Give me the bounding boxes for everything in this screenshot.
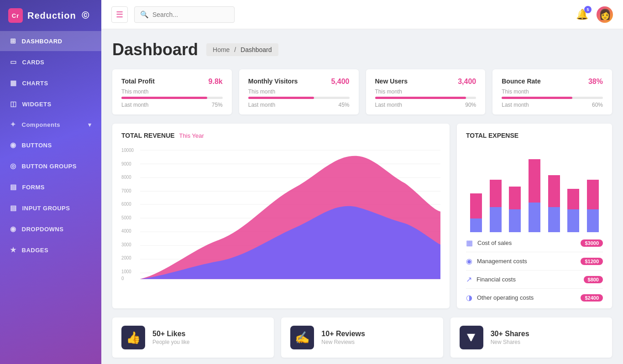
sidebar-item-forms[interactable]: ▤ FORMS [0,177,101,197]
sidebar-item-label: DASHBOARD [22,38,63,45]
bar-stack [529,159,540,232]
sidebar-item-charts[interactable]: ▦ CHARTS [0,73,101,93]
bar-red [509,187,521,209]
sidebar-item-cards[interactable]: ▭ CARDS [0,52,101,72]
stat-card-new-users: New Users 3,400 This month Last month 90… [366,69,486,114]
bar-blue [490,207,502,232]
legend-icon-pie: ◑ [466,293,472,302]
legend-cost-of-sales: ▦ Cost of sales $3000 [466,239,603,252]
user-avatar[interactable]: 👩 [597,6,613,23]
brand-name: Reduction [27,10,76,21]
sidebar-item-buttons[interactable]: ◉ BUTTONS [0,135,101,155]
legend-badge: $2400 [581,294,603,302]
bar-stack [490,180,502,232]
stat-pct: 75% [212,102,223,108]
avatar-image: 👩 [599,9,611,21]
charts-row: TOTAL REVENUE This Year 10000 9000 8000 … [112,124,612,308]
legend-label: Cost of sales [477,239,512,246]
svg-text:May: May [326,282,335,282]
total-expense-chart: TOTAL EXPENSE [457,124,612,308]
svg-text:July: July [423,282,431,282]
sidebar-item-label: BADGES [22,247,49,254]
sidebar-item-badges[interactable]: ★ BADGES [0,240,101,260]
sidebar-item-dropdowns[interactable]: ◉ DROPDOWNS [0,219,101,239]
sidebar-item-button-groups[interactable]: ◎ BUTTON GROUPS [0,156,101,176]
sidebar-item-label: WIDGETS [22,101,52,108]
input-groups-icon: ▤ [10,204,17,212]
svg-text:4000: 4000 [121,229,131,234]
breadcrumb-home: Home [213,46,230,53]
stat-last-month: Last month [375,102,402,108]
shares-sub: New Shares [491,339,529,345]
progress-fill [375,97,466,99]
forms-icon: ▤ [10,183,17,191]
progress-fill [502,97,572,99]
bar-red [470,193,482,218]
stat-card-bottom: Last month 75% [121,102,223,108]
bar-blue [587,209,599,232]
breadcrumb: Home / Dashboard [206,43,278,56]
bar-stack [567,189,579,232]
svg-text:April: April [279,282,288,282]
stat-card-bottom: Last month 45% [248,102,350,108]
notifications-button[interactable]: 🔔 5 [576,9,588,21]
likes-info: 50+ Likes People you like [152,330,189,345]
stat-this-month-label: This month [121,88,223,95]
stat-pct: 90% [465,102,476,108]
sidebar-item-input-groups[interactable]: ▤ INPUT GROUPS [0,198,101,218]
sidebar-item-label: BUTTONS [22,142,52,149]
reviews-info: 10+ Reviews New Reviews [321,330,365,345]
stat-pct: 45% [338,102,349,108]
stat-last-month: Last month [121,102,148,108]
legend-badge: $1200 [581,258,603,265]
bar-group [526,159,543,232]
stat-card-value: 38% [588,78,603,86]
page-content: Dashboard Home / Dashboard Total Profit … [101,29,623,364]
progress-bar [375,97,476,99]
bar-group [487,180,504,232]
likes-sub: People you like [152,339,189,345]
dropdowns-icon: ◉ [10,225,16,233]
buttons-icon: ◉ [10,141,16,149]
menu-button[interactable]: ☰ [111,6,128,23]
stat-card-value: 9.8k [209,78,223,86]
legend-icon-bar: ▦ [466,239,473,247]
legend-label: Other operating costs [477,294,534,301]
sidebar-item-label: BUTTON GROUPS [22,163,77,170]
topbar-right: 🔔 5 👩 [576,6,613,23]
stat-card-value: 5,400 [331,78,349,86]
sidebar-item-label: FORMS [22,184,45,191]
components-icon: ✦ [10,120,16,129]
bar-red [548,175,560,207]
sidebar-item-dashboard[interactable]: ⊞ DASHBOARD [0,31,101,51]
topbar: ☰ 🔍 🔔 5 👩 [101,0,623,29]
shares-icon: ⯆ [460,326,483,349]
sidebar-item-widgets[interactable]: ◫ WIDGETS [0,94,101,114]
bar-group [585,180,601,232]
svg-text:8000: 8000 [121,175,131,180]
svg-text:2000: 2000 [121,255,131,260]
legend-badge: $3000 [581,239,603,247]
legend-label: Financial costs [476,276,516,283]
bottom-cards-grid: 👍 50+ Likes People you like ✍ 10+ Review… [112,317,612,358]
svg-text:January: January [132,282,148,282]
stat-this-month-label: This month [502,88,603,95]
stat-last-month: Last month [248,102,275,108]
stat-card-monthly-visitors: Monthly Visitors 5,400 This month Last m… [239,69,359,114]
bar-group [468,193,484,232]
sidebar-item-components[interactable]: ✦ Components ▾ [0,115,101,134]
sidebar-item-label: DROPDOWNS [22,226,64,233]
breadcrumb-current: Dashboard [241,46,272,53]
revenue-title-text: TOTAL REVENUE [121,132,175,139]
sidebar-item-label: CHARTS [22,80,48,87]
search-input[interactable] [152,11,225,18]
stat-card-title: Monthly Visitors [248,78,298,85]
svg-text:5000: 5000 [121,215,131,220]
bar-red [567,189,579,209]
stat-last-month: Last month [502,102,529,108]
svg-text:February: February [177,282,194,282]
bar-red [587,180,599,209]
search-wrap: 🔍 [134,6,235,23]
expense-legend: ▦ Cost of sales $3000 ◉ Management costs… [466,239,603,302]
total-revenue-chart: TOTAL REVENUE This Year 10000 9000 8000 … [112,124,450,308]
